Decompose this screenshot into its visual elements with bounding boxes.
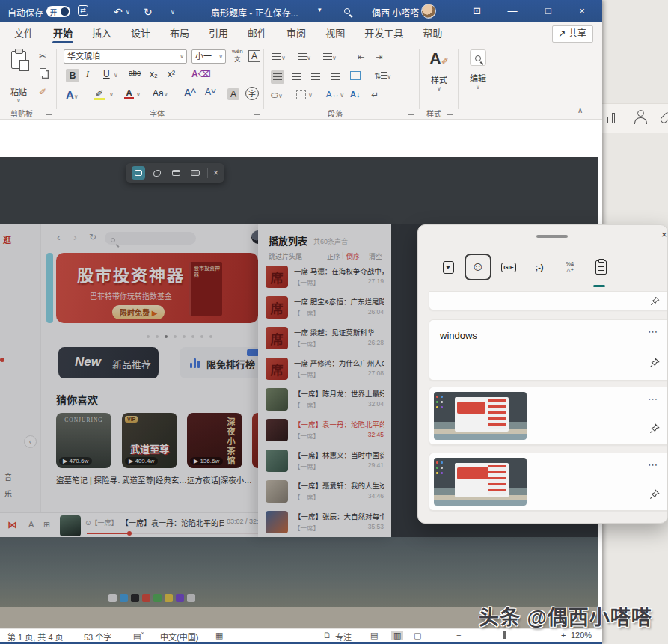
- save-icon[interactable]: ⇄: [78, 5, 88, 16]
- zoom-in-icon[interactable]: +: [561, 631, 566, 640]
- web-layout-icon[interactable]: ▢: [414, 631, 421, 640]
- zoom-slider-thumb[interactable]: [503, 631, 506, 639]
- close-button[interactable]: ×: [567, 0, 597, 22]
- quickaccess-more-icon[interactable]: ∨: [171, 9, 175, 16]
- cut-icon[interactable]: ✂: [39, 51, 46, 61]
- zoom-level[interactable]: 120%: [571, 631, 592, 640]
- redo-icon[interactable]: ↻: [144, 6, 153, 18]
- line-spacing-icon[interactable]: ⇅∨: [374, 71, 391, 81]
- font-size-select[interactable]: 小一∨: [191, 49, 226, 64]
- focus-icon[interactable]: 🗋: [323, 631, 331, 640]
- tab-开始[interactable]: 开始: [43, 22, 82, 45]
- distribute-button[interactable]: [350, 71, 361, 80]
- superscript-button[interactable]: x²: [168, 69, 175, 79]
- tab-帮助[interactable]: 帮助: [413, 22, 452, 45]
- tab-邮件[interactable]: 邮件: [238, 22, 277, 45]
- sort-icon[interactable]: A↓: [350, 90, 360, 99]
- font-dialog-launcher[interactable]: [254, 109, 260, 115]
- title-caret-icon[interactable]: ▾: [318, 6, 322, 13]
- clipboard-item-image[interactable]: ⋯: [429, 453, 668, 511]
- justify-button[interactable]: [331, 73, 340, 82]
- strikethrough-button[interactable]: abc: [129, 69, 141, 77]
- align-left-button[interactable]: [271, 70, 284, 84]
- grow-font-icon[interactable]: A^: [184, 87, 196, 99]
- font-name-select[interactable]: 华文琥珀∨: [64, 49, 187, 64]
- shrink-font-icon[interactable]: A˅: [205, 87, 216, 97]
- edit-button[interactable]: 编辑 ∨: [464, 49, 492, 91]
- tab-symbols-icon[interactable]: %&△+: [557, 254, 583, 280]
- phonetic-guide-icon[interactable]: wén文: [232, 48, 243, 63]
- subscript-button[interactable]: x₂: [150, 69, 158, 79]
- italic-button[interactable]: I: [86, 69, 89, 80]
- clipboard-item-image[interactable]: ⋯: [429, 387, 668, 445]
- window-snip-icon[interactable]: [170, 166, 183, 180]
- close-icon[interactable]: ×: [661, 229, 667, 240]
- numbering-icon[interactable]: ∨: [298, 52, 311, 61]
- increase-indent-icon[interactable]: ⇥: [376, 52, 382, 62]
- share-button[interactable]: ↗ 共享: [552, 25, 593, 43]
- rectangle-snip-icon[interactable]: [132, 166, 145, 180]
- para-mark-icon[interactable]: ↵: [371, 90, 379, 100]
- format-painter-icon[interactable]: ✐: [39, 87, 46, 97]
- change-case-icon[interactable]: Aa∨: [153, 88, 168, 99]
- align-center-button[interactable]: [292, 73, 301, 82]
- enclose-char-icon[interactable]: 字: [245, 87, 259, 100]
- avatar[interactable]: [421, 4, 436, 19]
- maximize-button[interactable]: □: [533, 0, 563, 22]
- zoom-slider[interactable]: [468, 631, 557, 631]
- snip-close-icon[interactable]: ×: [213, 168, 218, 178]
- tab-开发工具[interactable]: 开发工具: [355, 22, 413, 45]
- item-menu-icon[interactable]: ⋯: [648, 459, 658, 470]
- underline-caret-icon[interactable]: ∨: [114, 72, 118, 79]
- tab-emoji-icon[interactable]: ☺: [465, 254, 491, 280]
- styles-button[interactable]: A✐ 样式 ∨: [425, 49, 453, 92]
- char-shading-icon[interactable]: A: [227, 88, 239, 100]
- align-right-button[interactable]: [311, 73, 320, 82]
- fullscreen-snip-icon[interactable]: [189, 166, 202, 180]
- shading-icon[interactable]: ⛀∨: [271, 90, 283, 100]
- language-indicator[interactable]: 中文(中国): [160, 631, 198, 643]
- zoom-out-icon[interactable]: −: [456, 631, 461, 640]
- bold-button[interactable]: B: [66, 69, 79, 82]
- minimize-button[interactable]: —: [497, 0, 527, 22]
- underline-button[interactable]: U: [103, 69, 110, 79]
- tab-审阅[interactable]: 审阅: [277, 22, 316, 45]
- char-border-icon[interactable]: A: [248, 50, 260, 62]
- tab-视图[interactable]: 视图: [316, 22, 355, 45]
- tab-recent-icon[interactable]: ♥: [435, 254, 462, 280]
- proofing-icon[interactable]: ▤×: [133, 631, 144, 641]
- font-color-icon[interactable]: A: [124, 88, 134, 99]
- tab-kaomoji-icon[interactable]: ;-): [526, 254, 553, 280]
- clipboard-item-text[interactable]: windows ⋯: [429, 319, 668, 381]
- clipboard-item-partial[interactable]: [429, 291, 668, 310]
- ribbon-options-icon[interactable]: ⊡: [473, 5, 481, 16]
- tab-文件[interactable]: 文件: [4, 22, 43, 45]
- undo-caret-icon[interactable]: ∨: [126, 9, 130, 16]
- tab-引用[interactable]: 引用: [199, 22, 238, 45]
- pin-icon[interactable]: [649, 423, 660, 437]
- paragraph-dialog-launcher[interactable]: [408, 109, 414, 115]
- item-menu-icon[interactable]: ⋯: [648, 393, 658, 405]
- word-count[interactable]: 53 个字: [84, 631, 111, 643]
- clipboard-dialog-launcher[interactable]: [46, 109, 52, 115]
- read-mode-icon[interactable]: ▤: [370, 631, 378, 640]
- borders-caret-icon[interactable]: ∨: [308, 92, 313, 99]
- clear-format-icon[interactable]: A⌫: [191, 69, 211, 79]
- undo-icon[interactable]: ↶: [114, 6, 123, 18]
- collapse-ribbon-icon[interactable]: ∧: [577, 106, 583, 114]
- search-icon[interactable]: [344, 6, 350, 16]
- freeform-snip-icon[interactable]: [150, 166, 164, 180]
- text-effects-icon[interactable]: A∨: [66, 88, 79, 101]
- item-menu-icon[interactable]: ⋯: [648, 326, 658, 337]
- macro-record-icon[interactable]: ▦: [215, 631, 223, 640]
- focus-label[interactable]: 专注: [335, 631, 352, 643]
- autosave-toggle[interactable]: 开: [46, 6, 70, 17]
- tab-插入[interactable]: 插入: [82, 22, 121, 45]
- styles-dialog-launcher[interactable]: [447, 109, 453, 115]
- page-indicator[interactable]: 第 1 页, 共 4 页: [7, 631, 64, 643]
- bullets-icon[interactable]: ∨: [272, 52, 286, 61]
- tab-布局[interactable]: 布局: [160, 22, 199, 45]
- pin-icon[interactable]: [650, 295, 660, 309]
- decrease-indent-icon[interactable]: ⇤: [358, 52, 364, 62]
- drag-handle[interactable]: [536, 235, 568, 238]
